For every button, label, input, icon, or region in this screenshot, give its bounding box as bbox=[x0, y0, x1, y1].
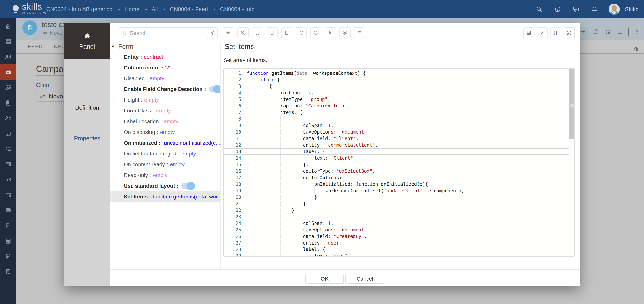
code-line[interactable]: editorOptions: { bbox=[246, 174, 568, 181]
sidebar-item-users[interactable] bbox=[0, 49, 16, 64]
ok-button[interactable]: OK bbox=[306, 274, 344, 284]
table-button[interactable] bbox=[523, 27, 534, 38]
code-line[interactable]: editorType: "dxSelectBox", bbox=[246, 168, 568, 174]
close-button[interactable] bbox=[537, 27, 548, 38]
sidebar-item-archive[interactable] bbox=[0, 233, 16, 249]
property-row-disabled[interactable]: Disabled:empty bbox=[110, 73, 220, 84]
breadcrumb-item[interactable]: •CN0004 - Feed bbox=[164, 6, 208, 12]
editor-scrollbar[interactable] bbox=[568, 68, 574, 256]
code-editor[interactable]: 1234567891011121314151617181920212223242… bbox=[223, 68, 574, 256]
property-row-entity[interactable]: Entity:contract bbox=[110, 52, 220, 62]
user-avatar[interactable] bbox=[609, 4, 620, 15]
code-line[interactable]: }, bbox=[246, 162, 568, 168]
code-line[interactable]: onInitialized: function onInitialized(e)… bbox=[246, 181, 568, 188]
code-line[interactable]: entity: "user", bbox=[246, 240, 568, 246]
sidebar-item-card[interactable] bbox=[0, 126, 16, 141]
sidebar-item-clipboard[interactable] bbox=[0, 95, 16, 110]
comment-button[interactable] bbox=[340, 27, 350, 38]
property-row-label-location[interactable]: Label Location:empty bbox=[110, 116, 220, 127]
code-line[interactable]: label: { bbox=[246, 246, 568, 253]
property-row-read-only[interactable]: Read only:empty bbox=[110, 170, 220, 180]
code-line[interactable]: { bbox=[246, 116, 568, 122]
maximize-button[interactable] bbox=[564, 27, 575, 38]
property-row-enable-field-change-detection[interactable]: Enable Field Change Detection: bbox=[110, 84, 220, 94]
property-row-on-initialized[interactable]: On initialized:function onInitialized(e,… bbox=[110, 138, 220, 148]
code-line[interactable]: { bbox=[246, 214, 568, 220]
property-row-on-field-data-changed[interactable]: On field data changed:empty bbox=[110, 148, 220, 159]
tab-definition[interactable]: Definition bbox=[64, 104, 110, 111]
menu-button[interactable] bbox=[354, 27, 365, 38]
sidebar-item-calculator[interactable] bbox=[0, 156, 16, 172]
property-row-form-class[interactable]: Form Class:empty bbox=[110, 105, 220, 116]
breadcrumb-item[interactable]: •CN0004 - Info bbox=[214, 6, 255, 12]
collapse-box-button[interactable] bbox=[281, 27, 292, 38]
code-lines[interactable]: function getItems(data, workspaceContext… bbox=[246, 70, 568, 256]
breadcrumb-item[interactable]: •Home bbox=[118, 6, 139, 12]
sidebar-item-receipt[interactable] bbox=[0, 264, 16, 280]
bell-icon[interactable] bbox=[590, 5, 599, 14]
fullscreen-button[interactable] bbox=[252, 27, 263, 38]
expand-box-button[interactable] bbox=[266, 27, 278, 38]
toggle-switch-on[interactable] bbox=[208, 86, 220, 92]
property-row-on-content-ready[interactable]: On content ready:empty bbox=[110, 159, 220, 170]
property-row-set-items[interactable]: Set Items:function getItems(data, wor... bbox=[110, 191, 220, 202]
filter-button[interactable] bbox=[207, 27, 218, 38]
code-line[interactable]: dataField: "CreatedBy", bbox=[246, 233, 568, 240]
sidebar-item-home[interactable] bbox=[0, 18, 16, 34]
sidebar-item-person-share[interactable] bbox=[0, 110, 16, 126]
search-icon[interactable] bbox=[535, 5, 544, 14]
code-line[interactable]: saveOptions: "document", bbox=[246, 129, 568, 135]
search-input[interactable]: Search bbox=[118, 27, 208, 39]
sidebar-item-checklist[interactable] bbox=[0, 141, 16, 156]
code-line[interactable]: } bbox=[246, 194, 568, 200]
tab-feed[interactable]: FEED bbox=[28, 44, 43, 50]
code-line[interactable]: }, bbox=[246, 207, 568, 214]
chevron-right-icon[interactable] bbox=[633, 28, 641, 36]
user-name[interactable]: Skilio bbox=[625, 6, 639, 12]
undo-button[interactable] bbox=[296, 27, 307, 38]
code-line[interactable]: caption: "Campaign Info", bbox=[246, 103, 568, 109]
expand-arrows-icon[interactable] bbox=[604, 28, 612, 36]
code-line[interactable]: return [ bbox=[246, 76, 568, 83]
zoom-out-button[interactable] bbox=[237, 27, 248, 38]
toggle-switch-on[interactable] bbox=[181, 183, 194, 189]
code-line[interactable]: itemType: "group", bbox=[246, 96, 568, 103]
sidebar-item-dollar-card[interactable] bbox=[0, 172, 16, 187]
braces-button[interactable] bbox=[550, 27, 561, 38]
breadcrumb-item[interactable]: •CN0004 - Info AB generico bbox=[40, 6, 112, 12]
sync-icon[interactable] bbox=[592, 28, 600, 36]
sidebar-item-meeting[interactable] bbox=[0, 80, 16, 95]
code-line[interactable]: colSpan: 1, bbox=[246, 122, 568, 129]
sidebar-item-card[interactable] bbox=[0, 187, 16, 203]
sidebar-item-doc-dollar[interactable] bbox=[0, 218, 16, 233]
code-line[interactable]: label: { bbox=[246, 148, 568, 155]
pie-chart-icon[interactable] bbox=[632, 46, 640, 53]
redo-button[interactable] bbox=[310, 27, 322, 38]
form-group-header[interactable]: ▾ Form bbox=[112, 42, 219, 51]
code-line[interactable]: workspaceContext.set('updateClient', e.c… bbox=[246, 188, 568, 194]
breadcrumb-item[interactable]: •All bbox=[145, 6, 158, 12]
code-line[interactable]: text: "user" bbox=[246, 253, 568, 256]
tab-info[interactable]: INFO bbox=[52, 44, 66, 50]
chat-icon[interactable] bbox=[572, 5, 580, 14]
code-line[interactable]: dataField: "Client", bbox=[246, 135, 568, 142]
plus-icon[interactable] bbox=[579, 28, 587, 36]
code-line[interactable]: saveOptions: "document", bbox=[246, 227, 568, 233]
code-line[interactable]: } bbox=[246, 200, 568, 207]
code-line[interactable]: { bbox=[246, 83, 568, 90]
code-line[interactable]: text: "Client" bbox=[246, 155, 568, 162]
code-line[interactable]: function getItems(data, workspaceContext… bbox=[246, 70, 568, 76]
property-row-column-count[interactable]: Column count:'2' bbox=[110, 62, 220, 73]
help-icon[interactable] bbox=[554, 5, 562, 14]
sidebar-item-book[interactable] bbox=[0, 34, 16, 49]
property-row-use-standard-layout[interactable]: Use standard layout: bbox=[110, 180, 220, 191]
sidebar-item-briefcase[interactable] bbox=[0, 64, 16, 80]
code-line[interactable]: entity: "commercialclient", bbox=[246, 142, 568, 148]
pointer-button[interactable] bbox=[325, 27, 336, 38]
sidebar-item-doc-disk[interactable] bbox=[0, 249, 16, 264]
tab-properties[interactable]: Properties bbox=[64, 135, 110, 142]
property-row-height[interactable]: Height:empty bbox=[110, 94, 220, 105]
code-line[interactable]: items: [ bbox=[246, 109, 568, 116]
code-line[interactable]: colSpan: 1, bbox=[246, 220, 568, 227]
sidebar-item-invoice[interactable] bbox=[0, 203, 16, 218]
